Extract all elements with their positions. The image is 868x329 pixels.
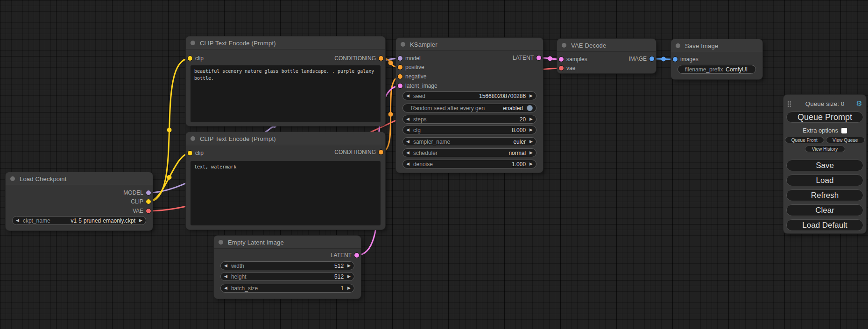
node-clip-text-encode-negative[interactable]: CLIP Text Encode (Prompt)clipCONDITIONIN…	[186, 132, 385, 230]
output-port-dot-CONDITIONING[interactable]	[379, 150, 383, 154]
collapse-dot-icon[interactable]	[191, 136, 195, 141]
output-port-dot-CLIP[interactable]	[146, 199, 151, 204]
increment-arrow-icon[interactable]: ▶	[347, 262, 351, 270]
input-port-dot-positive[interactable]	[398, 65, 402, 70]
toggle-dot-icon[interactable]	[527, 105, 533, 111]
link-midpoint-dot[interactable]	[661, 57, 666, 62]
increment-arrow-icon[interactable]: ▶	[529, 149, 533, 157]
decrement-arrow-icon[interactable]: ◀	[406, 149, 409, 157]
decrement-arrow-icon[interactable]: ◀	[16, 217, 19, 224]
node-title-bar[interactable]: Save Image	[671, 39, 762, 52]
queue-prompt-button[interactable]: Queue Prompt	[786, 112, 863, 123]
widget-height[interactable]: ◀height512▶	[220, 272, 354, 281]
widget-ckpt_name[interactable]: ◀ckpt_namev1-5-pruned-emaonly.ckpt▶	[12, 216, 146, 225]
widget-random-seed-after-every-gen[interactable]: Random seed after every genenabled	[402, 104, 536, 112]
increment-arrow-icon[interactable]: ▶	[347, 284, 351, 292]
output-port-dot-LATENT[interactable]	[536, 56, 541, 60]
node-empty-latent-image[interactable]: Empty Latent ImageLATENT◀width512▶◀heigh…	[214, 236, 361, 299]
increment-arrow-icon[interactable]: ▶	[139, 217, 142, 224]
view-history-button[interactable]: View History	[805, 146, 845, 152]
input-port-dot-negative[interactable]	[398, 74, 402, 79]
widget-value: enabled	[503, 105, 523, 112]
input-port-dot-clip[interactable]	[188, 151, 192, 155]
input-port-dot-model[interactable]	[398, 56, 402, 61]
node-title-bar[interactable]: KSampler	[396, 38, 543, 51]
input-port-dot-samples[interactable]	[559, 57, 564, 62]
link-midpoint-dot[interactable]	[388, 112, 393, 117]
node-title-bar[interactable]: Load Checkpoint	[6, 172, 153, 185]
input-port-dot-clip[interactable]	[188, 56, 192, 61]
widget-value: 1.000	[512, 161, 526, 168]
node-clip-text-encode-positive[interactable]: CLIP Text Encode (Prompt)clipCONDITIONIN…	[186, 36, 385, 126]
widget-denoise[interactable]: ◀denoise1.000▶	[402, 160, 536, 168]
refresh-button[interactable]: Refresh	[786, 189, 863, 201]
node-ksampler[interactable]: KSamplermodelpositivenegativelatent_imag…	[396, 38, 543, 173]
node-graph-canvas[interactable]: Queue size: 0 ⚙ Queue Prompt Extra optio…	[0, 0, 868, 329]
input-port-dot-latent_image[interactable]	[398, 84, 402, 88]
widget-width[interactable]: ◀width512▶	[220, 261, 354, 270]
widget-value: 512	[334, 273, 344, 280]
collapse-dot-icon[interactable]	[676, 43, 680, 48]
decrement-arrow-icon[interactable]: ◀	[406, 126, 409, 134]
output-port-dot-IMAGE[interactable]	[649, 56, 654, 61]
widget-sampler_name[interactable]: ◀sampler_nameeuler▶	[402, 137, 536, 146]
increment-arrow-icon[interactable]: ▶	[529, 115, 533, 123]
output-port-dot-CONDITIONING[interactable]	[379, 56, 383, 61]
input-port-clip: clip	[186, 54, 204, 63]
input-port-dot-images[interactable]	[673, 57, 677, 62]
widget-scheduler[interactable]: ◀schedulernormal▶	[402, 148, 536, 157]
output-port-dot-VAE[interactable]	[146, 209, 151, 213]
decrement-arrow-icon[interactable]: ◀	[406, 115, 409, 123]
node-title-bar[interactable]: Empty Latent Image	[214, 236, 361, 249]
link-midpoint-dot[interactable]	[167, 128, 172, 133]
queue-front-button[interactable]: Queue Front	[785, 137, 824, 143]
prompt-textarea[interactable]: text, watermark	[191, 161, 381, 225]
link-midpoint-dot[interactable]	[167, 175, 172, 180]
collapse-dot-icon[interactable]	[191, 41, 195, 45]
node-save-image[interactable]: Save Imageimagesfilename_prefixComfyUI	[671, 39, 762, 79]
extra-options-checkbox[interactable]	[841, 128, 847, 133]
output-port-dot-LATENT[interactable]	[354, 253, 359, 258]
widget-filename_prefix[interactable]: filename_prefixComfyUI	[677, 65, 756, 74]
collapse-dot-icon[interactable]	[562, 43, 566, 48]
increment-arrow-icon[interactable]: ▶	[347, 273, 351, 280]
output-port-dot-MODEL[interactable]	[146, 190, 151, 195]
widget-steps[interactable]: ◀steps20▶	[402, 115, 536, 124]
drag-handle-icon[interactable]	[787, 101, 791, 107]
input-port-dot-vae[interactable]	[559, 66, 564, 70]
node-title-bar[interactable]: CLIP Text Encode (Prompt)	[186, 36, 385, 49]
collapse-dot-icon[interactable]	[219, 240, 223, 245]
collapse-dot-icon[interactable]	[10, 176, 15, 181]
node-title-bar[interactable]: CLIP Text Encode (Prompt)	[186, 132, 385, 145]
decrement-arrow-icon[interactable]: ◀	[224, 262, 227, 270]
port-label: samples	[566, 56, 587, 63]
prompt-textarea[interactable]: beautiful scenery nature glass bottle la…	[191, 65, 381, 122]
decrement-arrow-icon[interactable]: ◀	[406, 138, 409, 146]
settings-gear-icon[interactable]: ⚙	[856, 99, 862, 108]
node-load-checkpoint[interactable]: Load CheckpointMODELCLIPVAE◀ckpt_namev1-…	[6, 172, 153, 231]
increment-arrow-icon[interactable]: ▶	[529, 126, 533, 134]
collapse-dot-icon[interactable]	[401, 42, 405, 47]
load-default-button[interactable]: Load Default	[786, 219, 863, 231]
link-midpoint-dot[interactable]	[548, 56, 552, 61]
increment-arrow-icon[interactable]: ▶	[529, 160, 533, 168]
save-button[interactable]: Save	[786, 160, 863, 171]
node-title-bar[interactable]: VAE Decode	[557, 39, 656, 52]
load-button[interactable]: Load	[786, 175, 863, 186]
decrement-arrow-icon[interactable]: ◀	[224, 284, 227, 292]
link-midpoint-dot[interactable]	[388, 61, 393, 65]
widget-label: steps	[413, 116, 427, 123]
increment-arrow-icon[interactable]: ▶	[529, 138, 533, 146]
clear-button[interactable]: Clear	[786, 204, 863, 216]
increment-arrow-icon[interactable]: ▶	[529, 92, 533, 100]
port-label: LATENT	[513, 55, 534, 61]
widget-batch_size[interactable]: ◀batch_size1▶	[220, 284, 354, 293]
decrement-arrow-icon[interactable]: ◀	[406, 160, 409, 168]
decrement-arrow-icon[interactable]: ◀	[224, 273, 227, 280]
decrement-arrow-icon[interactable]: ◀	[406, 92, 409, 100]
widget-cfg[interactable]: ◀cfg8.000▶	[402, 126, 536, 134]
view-queue-button[interactable]: View Queue	[826, 137, 865, 143]
widget-seed[interactable]: ◀seed156680208700286▶	[402, 91, 536, 100]
node-vae-decode[interactable]: VAE DecodesamplesvaeIMAGE	[557, 39, 656, 73]
widget-label: batch_size	[231, 285, 258, 292]
